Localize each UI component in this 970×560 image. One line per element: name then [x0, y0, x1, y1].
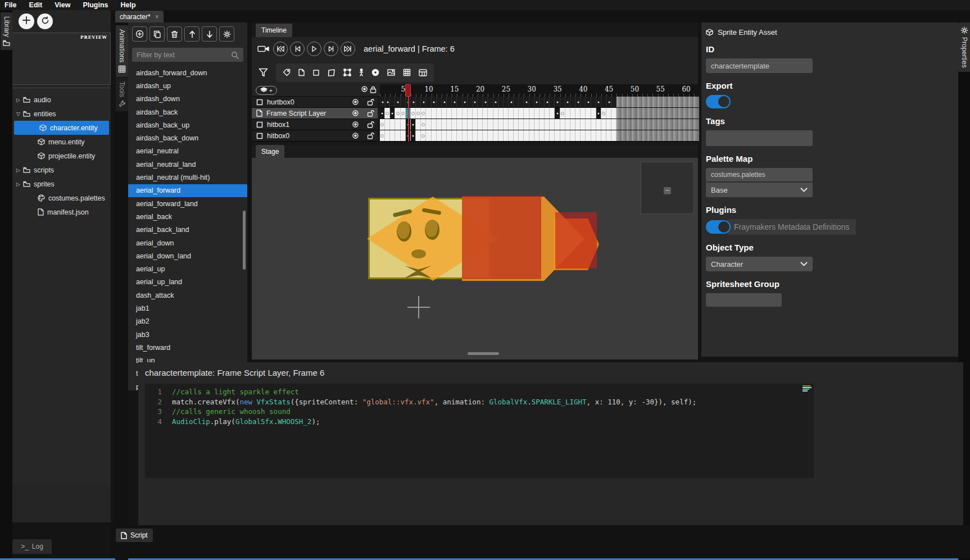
keyframe-dot[interactable]: [397, 102, 399, 103]
frame-cell-36[interactable]: [560, 119, 565, 130]
frame-cell-7[interactable]: [411, 108, 416, 119]
step-back-button[interactable]: [290, 42, 305, 56]
frame-cell-31[interactable]: [534, 108, 540, 119]
animation-item-airdash-back[interactable]: airdash_back: [128, 106, 247, 119]
keyframe-dot[interactable]: [443, 102, 445, 103]
tag-icon[interactable]: [283, 69, 291, 76]
lock-open-icon[interactable]: [367, 110, 374, 117]
menu-file[interactable]: File: [4, 1, 17, 9]
menu-help[interactable]: Help: [121, 1, 136, 9]
frame-cell-25[interactable]: [504, 130, 509, 141]
image-icon[interactable]: [387, 69, 395, 76]
layer-name-cell[interactable]: Frame Script Layer: [252, 108, 378, 119]
frame-cell-5[interactable]: [401, 130, 406, 141]
animation-item-aerial-up[interactable]: aerial_up: [128, 262, 247, 275]
animation-item-aerial-neutral[interactable]: aerial_neutral: [128, 145, 247, 158]
skip-to-start-button[interactable]: [273, 42, 288, 56]
frame-cell-32[interactable]: [540, 108, 545, 119]
tilemap-icon[interactable]: [419, 69, 427, 76]
frame-cell-19[interactable]: [473, 108, 478, 119]
frame-cell-29[interactable]: [524, 119, 529, 130]
frame-cell-35[interactable]: [555, 119, 560, 130]
frame-cell-38[interactable]: [570, 130, 575, 141]
frame-cell-21[interactable]: [483, 130, 488, 141]
frame-cell-40[interactable]: [581, 108, 586, 119]
frame-cell-31[interactable]: [534, 130, 540, 141]
animation-item-aerial-forward[interactable]: aerial_forward: [128, 184, 247, 197]
frame-cell-2[interactable]: [385, 130, 390, 141]
frame-cell-5[interactable]: [401, 119, 406, 130]
menu-plugins[interactable]: Plugins: [83, 1, 108, 9]
frame-cell-19[interactable]: [473, 119, 478, 130]
collision-box-icon[interactable]: [328, 69, 336, 76]
animation-settings-button[interactable]: [219, 26, 234, 42]
frame-cell-23[interactable]: [493, 119, 498, 130]
lock-open-icon[interactable]: [367, 132, 374, 139]
frame-cell-9[interactable]: [421, 130, 426, 141]
library-refresh-button[interactable]: [37, 13, 53, 29]
export-toggle[interactable]: [706, 95, 731, 108]
keyframe-dot[interactable]: [557, 102, 559, 103]
frame-cell-27[interactable]: [514, 119, 519, 130]
library-add-button[interactable]: [19, 13, 34, 29]
animation-item-jab3[interactable]: jab3: [128, 328, 247, 341]
frame-cell-20[interactable]: [478, 119, 483, 130]
tree-item-manifest-json[interactable]: manifest.json: [12, 205, 111, 219]
tab-script[interactable]: Script: [116, 529, 153, 542]
eye-icon[interactable]: [351, 110, 360, 116]
frame-cell-46[interactable]: [611, 119, 617, 130]
layer-name-cell[interactable]: hitbox0: [252, 130, 378, 142]
frame-cell-10[interactable]: [426, 108, 431, 119]
layer-frames-track[interactable]: [380, 108, 698, 119]
script-file-icon[interactable]: [298, 69, 305, 76]
frame-cell-9[interactable]: [421, 119, 426, 130]
frame-cell-43[interactable]: [596, 119, 601, 130]
frame-cell-44[interactable]: [601, 130, 606, 141]
frame-cell-35[interactable]: [555, 108, 560, 119]
frame-cell-41[interactable]: [586, 108, 591, 119]
keyframe-dot[interactable]: [608, 102, 610, 103]
point-figure-icon[interactable]: [359, 69, 364, 76]
caret-right-icon[interactable]: ▷: [16, 167, 22, 173]
keyframe-dot[interactable]: [474, 102, 476, 103]
eye-all-icon[interactable]: [360, 86, 369, 92]
frame-cell-8[interactable]: [416, 119, 421, 130]
tree-item-projectile-entity[interactable]: projectile.entity: [12, 149, 111, 163]
add-animation-button[interactable]: [132, 26, 147, 42]
frame-cell-14[interactable]: [447, 130, 452, 141]
tab-character-document[interactable]: character* ×: [115, 11, 164, 22]
grid-icon[interactable]: [403, 69, 411, 76]
frame-cell-9[interactable]: [421, 108, 426, 119]
animation-item-jab1[interactable]: jab1: [128, 302, 247, 315]
frame-cell-27[interactable]: [514, 130, 519, 141]
frame-cell-25[interactable]: [504, 108, 509, 119]
code-line-4[interactable]: 4AudioClip.play(GlobalSfx.WHOOSH_2);: [145, 417, 814, 427]
frame-cell-26[interactable]: [509, 130, 514, 141]
frame-cell-10[interactable]: [426, 130, 431, 141]
frame-cell-46[interactable]: [611, 130, 617, 141]
keyframe-dot[interactable]: [495, 102, 497, 103]
frame-cell-26[interactable]: [509, 108, 514, 119]
frame-cell-39[interactable]: [575, 130, 581, 141]
object-type-select[interactable]: Character: [706, 257, 813, 271]
frame-cell-7[interactable]: [411, 130, 416, 141]
frame-cell-33[interactable]: [545, 119, 550, 130]
frame-cell-4[interactable]: [395, 108, 400, 119]
animation-item-aerial-up-land[interactable]: aerial_up_land: [128, 276, 247, 289]
frame-cell-8[interactable]: [416, 108, 421, 119]
frame-cell-44[interactable]: [601, 108, 606, 119]
frame-cell-24[interactable]: [498, 108, 504, 119]
frame-cell-17[interactable]: [463, 130, 468, 141]
animation-item-aerial-back[interactable]: aerial_back: [128, 210, 247, 223]
tree-item-character-entity[interactable]: character.entity: [14, 121, 109, 135]
keyframe-circle-icon[interactable]: [371, 69, 379, 76]
layer-frames-track[interactable]: [380, 119, 698, 130]
keyframe-dot[interactable]: [464, 102, 466, 103]
move-up-button[interactable]: [184, 26, 200, 42]
frame-cell-15[interactable]: [452, 130, 457, 141]
delete-animation-button[interactable]: [167, 26, 182, 42]
animation-item-aerial-down[interactable]: aerial_down: [128, 236, 247, 249]
frame-cell-16[interactable]: [457, 130, 462, 141]
frame-cell-21[interactable]: [483, 108, 488, 119]
frame-cell-4[interactable]: [395, 130, 400, 141]
